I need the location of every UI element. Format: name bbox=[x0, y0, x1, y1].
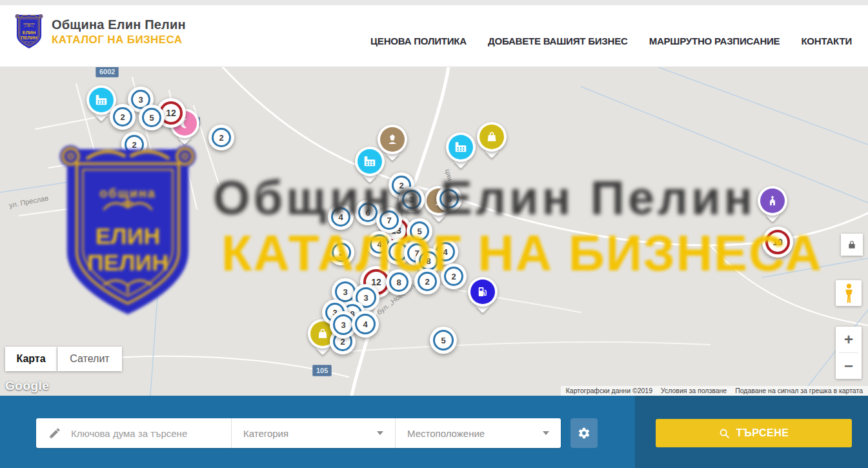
search-button[interactable]: ТЪРСЕНЕ bbox=[656, 419, 852, 447]
lock-button[interactable] bbox=[841, 234, 863, 256]
cluster-count: 8 bbox=[389, 272, 409, 292]
pin-circle bbox=[470, 280, 495, 304]
cluster-count: 5 bbox=[142, 108, 161, 127]
keyword-field bbox=[36, 418, 231, 448]
site-logo[interactable]: община ЕЛИН ПЕЛИН Община Елин Пелин КАТА… bbox=[14, 13, 186, 50]
attribution-report-link[interactable]: Подаване на сигнал за грешка в картата bbox=[735, 386, 863, 396]
pin-circle bbox=[760, 188, 785, 213]
chevron-down-icon bbox=[543, 431, 549, 435]
map-cluster[interactable]: 4 bbox=[328, 204, 354, 230]
search-fields-group: Категория Местоположение bbox=[36, 418, 561, 448]
zoom-out-button[interactable]: − bbox=[836, 353, 862, 379]
map-type-control: Карта Сателит bbox=[5, 347, 122, 371]
map-cluster[interactable]: 4 bbox=[352, 310, 379, 338]
map-pin-factory[interactable] bbox=[446, 132, 476, 162]
brand-text: Община Елин Пелин КАТАЛОГ НА БИЗНЕСА bbox=[52, 17, 186, 46]
search-button-label: ТЪРСЕНЕ bbox=[736, 427, 789, 439]
cluster-count: 2 bbox=[212, 128, 231, 147]
cluster-count: 5 bbox=[439, 189, 459, 209]
map-cluster[interactable]: 5 bbox=[139, 105, 165, 130]
cluster-count: 2 bbox=[444, 267, 463, 286]
worker-icon bbox=[386, 133, 399, 146]
attribution-terms-link[interactable]: Условия за ползване bbox=[661, 386, 727, 396]
cluster-count: 8 bbox=[419, 251, 438, 270]
nav-item-contacts[interactable]: КОНТАКТИ bbox=[801, 36, 852, 46]
map-canvas[interactable]: 6002105ул. Преславбул. „Новоселции212325… bbox=[0, 67, 868, 396]
pencil-icon bbox=[48, 427, 61, 440]
map-cluster[interactable]: 10 bbox=[762, 227, 793, 258]
keyword-search-input[interactable] bbox=[70, 427, 218, 440]
cluster-count: 5 bbox=[410, 221, 429, 241]
map-cluster[interactable]: 3 bbox=[399, 187, 425, 212]
cluster-count: 5 bbox=[433, 330, 454, 351]
map-cluster[interactable]: 7 bbox=[376, 207, 402, 233]
map-cluster[interactable]: 2 bbox=[121, 132, 147, 158]
map-cluster[interactable]: 2 bbox=[414, 269, 440, 294]
lock-icon bbox=[847, 239, 856, 250]
cluster-count: 3 bbox=[333, 314, 354, 335]
fuel-icon bbox=[476, 285, 489, 298]
zoom-control: + − bbox=[836, 327, 862, 379]
header: община ЕЛИН ПЕЛИН Община Елин Пелин КАТА… bbox=[0, 5, 868, 67]
search-icon bbox=[719, 428, 730, 439]
cluster-count: 4 bbox=[355, 314, 376, 334]
cluster-count: 2 bbox=[332, 243, 351, 262]
church-icon bbox=[766, 194, 779, 207]
nav-item-transport-schedule[interactable]: МАРШРУТНО РАЗПИСАНИЕ bbox=[649, 36, 780, 46]
road-badge: 6002 bbox=[96, 67, 119, 77]
pin-circle bbox=[358, 149, 382, 174]
map-pin-bag[interactable] bbox=[477, 122, 507, 152]
site-title: Община Елин Пелин bbox=[52, 17, 186, 32]
cluster-count: 7 bbox=[379, 210, 399, 230]
factory-icon bbox=[454, 140, 468, 154]
cluster-count: 4 bbox=[331, 207, 350, 227]
bag-icon bbox=[485, 130, 498, 143]
map-cluster[interactable]: 5 bbox=[430, 327, 457, 354]
attribution-data: Картографски данни ©2019 bbox=[566, 386, 652, 396]
map-attribution: Картографски данни ©2019 Условия за полз… bbox=[561, 386, 868, 396]
main-nav: ЦЕНОВА ПОЛИТИКА ДОБАВЕТЕ ВАШИЯТ БИЗНЕС М… bbox=[370, 36, 852, 46]
site-subtitle: КАТАЛОГ НА БИЗНЕСА bbox=[52, 34, 186, 46]
pin-circle bbox=[449, 135, 473, 159]
gear-icon bbox=[578, 427, 590, 440]
cluster-count: 6 bbox=[358, 203, 378, 222]
coat-of-arms-icon: община ЕЛИН ПЕЛИН bbox=[14, 13, 44, 50]
zoom-in-button[interactable]: + bbox=[836, 327, 862, 352]
map-pin-church[interactable] bbox=[758, 186, 787, 216]
pin-circle bbox=[89, 88, 114, 112]
cluster-count: 2 bbox=[113, 107, 132, 127]
map-cluster[interactable]: 2 bbox=[110, 104, 136, 130]
factory-icon bbox=[363, 154, 377, 168]
svg-text:ЕЛИН: ЕЛИН bbox=[23, 30, 35, 36]
bag-icon bbox=[316, 327, 329, 340]
nav-item-add-business[interactable]: ДОБАВЕТЕ ВАШИЯТ БИЗНЕС bbox=[488, 36, 628, 46]
road-badge: 105 bbox=[312, 365, 332, 376]
pegman-icon bbox=[844, 283, 854, 303]
map-cluster[interactable]: 2 bbox=[441, 263, 467, 289]
cluster-count: 3 bbox=[402, 190, 421, 209]
map-type-satellite-button[interactable]: Сателит bbox=[57, 347, 122, 371]
map-cluster[interactable]: 5 bbox=[436, 186, 462, 212]
top-strip bbox=[0, 0, 868, 5]
category-select[interactable]: Категория bbox=[231, 418, 395, 448]
cluster-count: 2 bbox=[418, 272, 437, 291]
cluster-count: 2 bbox=[125, 135, 144, 154]
map-type-map-button[interactable]: Карта bbox=[5, 347, 57, 371]
nav-item-pricing[interactable]: ЦЕНОВА ПОЛИТИКА bbox=[370, 36, 467, 46]
chevron-down-icon bbox=[377, 431, 383, 435]
svg-text:ПЕЛИН: ПЕЛИН bbox=[21, 35, 37, 41]
map-cluster[interactable]: 2 bbox=[328, 239, 354, 265]
location-select-label: Местоположение bbox=[407, 428, 485, 439]
advanced-search-button[interactable] bbox=[570, 418, 598, 448]
street-view-pegman-button[interactable] bbox=[836, 280, 862, 306]
cluster-count: 10 bbox=[765, 230, 790, 254]
location-select[interactable]: Местоположение bbox=[395, 418, 561, 448]
page: община ЕЛИН ПЕЛИН Община Елин Пелин КАТА… bbox=[0, 0, 868, 468]
map-cluster[interactable]: 2 bbox=[208, 125, 234, 150]
search-bar: Категория Местоположение ТЪРСЕНЕ bbox=[0, 396, 868, 468]
map-pin-fuel[interactable] bbox=[468, 277, 498, 307]
map-cluster[interactable]: 8 bbox=[386, 269, 412, 295]
google-logo[interactable]: Google bbox=[5, 379, 49, 393]
category-select-label: Категория bbox=[243, 428, 288, 439]
map-pin-factory[interactable] bbox=[355, 147, 385, 176]
